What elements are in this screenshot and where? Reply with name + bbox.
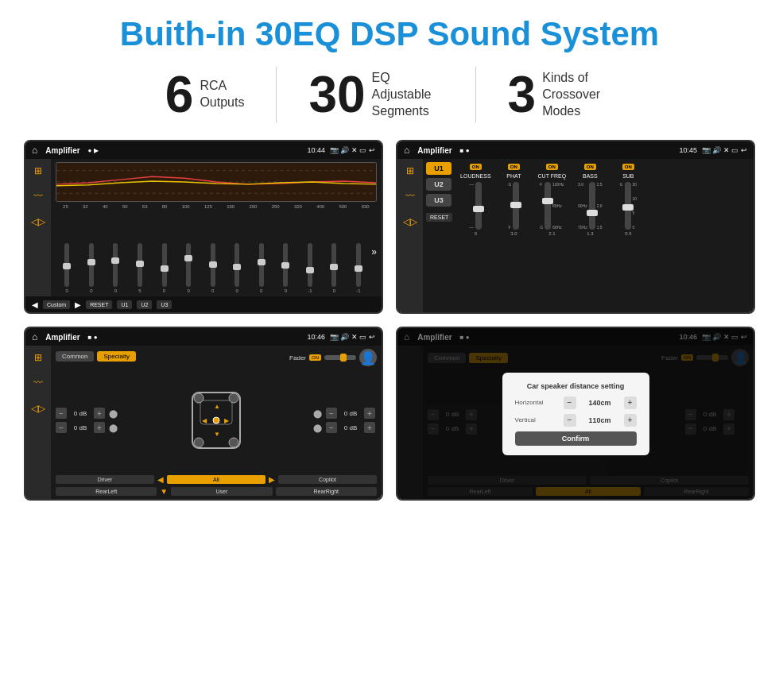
screen-2-content: ⌂ Amplifier ■ ● 10:45 📷 🔊 ✕ ▭ ↩ ⊞ 〰 ◁▷ [397, 141, 754, 312]
dialog-vertical-plus[interactable]: + [624, 414, 637, 427]
spk-wave-icon[interactable]: 〰 [33, 377, 43, 389]
bass-slider[interactable] [589, 182, 595, 230]
screen-2-home-icon[interactable]: ⌂ [404, 145, 409, 156]
eq-slider-8[interactable]: 0 [226, 243, 249, 293]
eq-slider-6[interactable]: 0 [177, 243, 200, 293]
eq-u3-btn[interactable]: U3 [157, 300, 172, 309]
loudness-slider[interactable] [475, 182, 482, 230]
spk-rearright-btn[interactable]: RearRight [276, 487, 377, 496]
screen-1: ⌂ Amplifier ● ▶ 10:44 📷 🔊 ✕ ▭ ↩ ⊞ 〰 ◁▷ [24, 140, 383, 314]
dialog-vertical-minus[interactable]: − [564, 414, 576, 427]
phat-slider[interactable] [513, 182, 519, 230]
spk-arrow-right[interactable]: ▶ [269, 475, 275, 484]
eq-u1-btn[interactable]: U1 [117, 300, 132, 309]
dialog-vertical-label: Vertical [515, 416, 559, 423]
svg-point-8 [194, 438, 203, 447]
cutfreq-on-badge[interactable]: ON [546, 164, 558, 170]
eq-u2-btn[interactable]: U2 [137, 300, 152, 309]
amp-channel-bass: ON BASS 3.090Hz70Hz [573, 164, 607, 236]
spk-all-btn[interactable]: All [167, 475, 265, 484]
eq-slider-9[interactable]: 0 [250, 243, 273, 293]
speaker-bottom-row-2: RearLeft ▼ User RearRight [56, 487, 377, 496]
spk-speaker-icon[interactable]: ◁▷ [31, 403, 45, 414]
screen-3: ⌂ Amplifier ■ ● 10:46 📷 🔊 ✕ ▭ ↩ ⊞ 〰 ◁▷ [24, 327, 383, 501]
stat-eq: 30 EQ AdjustableSegments [277, 69, 475, 120]
amp-speaker-icon[interactable]: ◁▷ [403, 216, 417, 227]
speaker-tab-specialty[interactable]: Specialty [97, 351, 135, 362]
eq-slider-2[interactable]: 0 [80, 243, 103, 293]
freq-25: 25 [63, 204, 68, 209]
eq-slider-5[interactable]: 0 [153, 243, 176, 293]
dialog-confirm-button[interactable]: Confirm [515, 431, 637, 446]
vol-4-minus[interactable]: − [326, 422, 337, 433]
home-icon[interactable]: ⌂ [32, 145, 37, 156]
eq-slider-11[interactable]: -1 [299, 243, 322, 293]
vol-3-minus[interactable]: − [326, 408, 337, 419]
car-diagram: ▲ ▼ ◀ ▶ [122, 369, 310, 472]
stat-crossover-text: Kinds ofCrossover Modes [542, 70, 614, 119]
eq-slider-1[interactable]: 0 [56, 243, 79, 293]
loudness-on-badge[interactable]: ON [470, 164, 482, 170]
vol-3-plus[interactable]: + [364, 408, 375, 419]
sub-on-badge[interactable]: ON [622, 164, 634, 170]
dialog-horizontal-plus[interactable]: + [624, 396, 637, 409]
eq-slider-7[interactable]: 0 [201, 243, 224, 293]
speaker-dot-3: ⬤ [313, 409, 322, 418]
person-icon[interactable]: 👤 [359, 349, 377, 366]
eq-filter-icon[interactable]: ⊞ [34, 165, 42, 176]
spk-user-btn[interactable]: User [171, 487, 272, 496]
amp-u3-preset[interactable]: U3 [426, 194, 452, 207]
fader-label: Fader [289, 354, 306, 362]
sub-slider[interactable] [625, 182, 631, 230]
stat-crossover: 3 Kinds ofCrossover Modes [476, 69, 646, 120]
speaker-tabs: Common Specialty [56, 351, 136, 362]
eq-next-arrow[interactable]: » [371, 246, 377, 257]
phat-on-badge[interactable]: ON [508, 164, 520, 170]
eq-custom-btn[interactable]: Custom [43, 300, 70, 309]
spk-arrow-left[interactable]: ◀ [157, 475, 164, 484]
vol-1-plus[interactable]: + [94, 408, 105, 419]
eq-prev-icon[interactable]: ◀ [32, 300, 38, 309]
spk-rearleft-btn[interactable]: RearLeft [56, 487, 157, 496]
eq-slider-10[interactable]: 0 [274, 243, 297, 293]
eq-wave-icon[interactable]: 〰 [33, 191, 43, 202]
freq-320: 320 [294, 204, 302, 209]
cutfreq-slider[interactable] [545, 182, 551, 230]
amp-channel-cutfreq: ON CUT FREQ FG [535, 164, 568, 236]
spk-arrow-down[interactable]: ▼ [160, 487, 168, 496]
eq-sliders-row: 0 0 0 5 [56, 211, 377, 293]
eq-slider-4[interactable]: 5 [129, 243, 152, 293]
vol-2-minus[interactable]: − [56, 422, 67, 433]
dialog-horizontal-minus[interactable]: − [564, 396, 576, 409]
amp-u1-preset[interactable]: U1 [426, 162, 452, 175]
amp-reset-btn[interactable]: RESET [426, 213, 452, 222]
screen-3-home-icon[interactable]: ⌂ [32, 331, 37, 342]
amp-u2-preset[interactable]: U2 [426, 178, 452, 191]
vol-1-value: 0 dB [69, 410, 91, 417]
bass-on-badge[interactable]: ON [584, 164, 596, 170]
fader-slider[interactable] [324, 355, 356, 360]
screen-4: ⌂ Amplifier ■ ● 10:46 📷 🔊 ✕ ▭ ↩ Common S… [396, 327, 755, 501]
vol-1-minus[interactable]: − [56, 408, 67, 419]
amp-wave-icon[interactable]: 〰 [405, 191, 415, 202]
dialog-vertical-value: 110cm [581, 416, 619, 424]
spk-filter-icon[interactable]: ⊞ [34, 352, 42, 363]
eq-reset-btn[interactable]: RESET [86, 300, 112, 309]
freq-160: 160 [227, 204, 234, 209]
eq-slider-3[interactable]: 0 [104, 243, 127, 293]
spk-driver-btn[interactable]: Driver [56, 475, 154, 484]
vol-4-plus[interactable]: + [364, 422, 375, 433]
screen-2-dots: ■ ● [460, 147, 470, 154]
amp-filter-icon[interactable]: ⊞ [406, 165, 414, 176]
vol-2-plus[interactable]: + [94, 422, 105, 433]
svg-text:▼: ▼ [214, 431, 220, 438]
eq-slider-12[interactable]: 0 [323, 243, 346, 293]
fader-on-badge[interactable]: ON [309, 354, 321, 361]
eq-slider-13[interactable]: -1 [347, 243, 370, 293]
amp-presets-col: U1 U2 U3 RESET [426, 162, 452, 309]
eq-speaker-icon[interactable]: ◁▷ [31, 216, 45, 227]
bass-label: BASS [583, 173, 598, 179]
eq-next-icon[interactable]: ▶ [75, 300, 81, 309]
speaker-tab-common[interactable]: Common [56, 351, 94, 362]
spk-copilot-btn[interactable]: Copilot [278, 475, 377, 484]
